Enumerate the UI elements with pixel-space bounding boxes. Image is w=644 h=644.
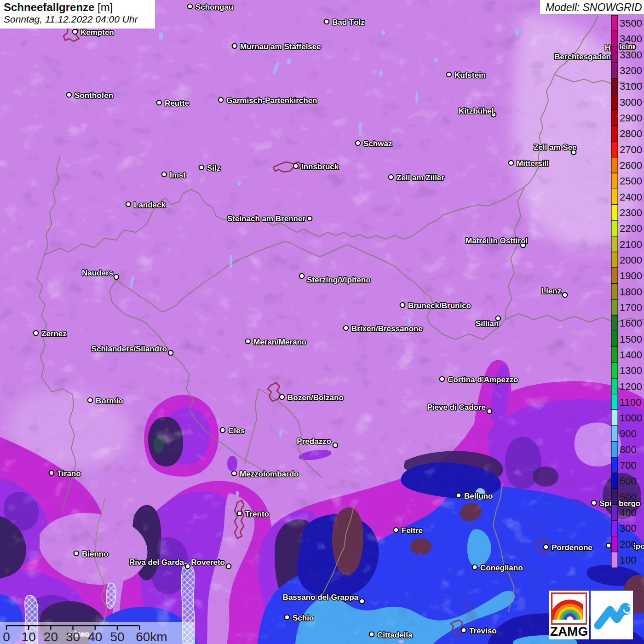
map-unit: [m]	[98, 1, 113, 13]
lake	[379, 70, 383, 77]
city-label: Murnau am Staffelsee	[240, 42, 321, 51]
city-label: Lienz	[541, 287, 561, 295]
city-label: Trento	[245, 510, 269, 518]
city-label: Predazzo	[297, 437, 331, 446]
city-label: Belluno	[464, 492, 493, 500]
city-label: Bad Tölz	[332, 18, 365, 27]
city-dot	[563, 293, 568, 298]
lake	[359, 121, 362, 136]
city-label: Schio	[293, 614, 314, 622]
city-dot	[606, 543, 611, 548]
colorbar-swatch-1600	[611, 315, 618, 331]
city-dot	[162, 172, 167, 177]
city-label: Feltre	[402, 526, 423, 535]
city-dot	[394, 528, 399, 533]
city-label: Innsbruck	[301, 162, 339, 171]
colorbar-swatch-1700	[611, 299, 618, 315]
city-label: Berchtesgaden	[554, 52, 611, 61]
city-label: Tirano	[57, 469, 81, 478]
colorbar-swatch-600	[611, 473, 618, 489]
city-dot	[456, 493, 461, 498]
zamg-logo-text: ZAMG	[549, 624, 589, 639]
colorbar-label: 2300	[620, 207, 642, 218]
scalebar-label: 40	[88, 630, 102, 644]
colorbar-swatch-100	[611, 552, 618, 568]
city-label: Kufstein	[454, 71, 486, 80]
city-dot	[299, 274, 305, 279]
city-dot	[509, 161, 514, 166]
city-label: Pieve di Cadore	[427, 403, 486, 412]
rainbow-arc	[566, 615, 574, 620]
colorbar-label: 3500	[620, 17, 642, 29]
city-dot	[49, 471, 54, 476]
colorbar-label: 500	[620, 491, 637, 503]
city-label: Bienno	[82, 550, 109, 558]
scalebar-label: 60km	[136, 630, 167, 644]
weather-map-screenshot: SchongauBad TölzKemptenMurnau am Staffel…	[0, 0, 644, 644]
colorbar-label: 400	[620, 507, 637, 518]
city-dot	[126, 202, 131, 207]
city-dot	[188, 4, 193, 9]
city-dot	[369, 632, 374, 637]
city-label: Meran/Merano	[253, 338, 306, 346]
zamg-rainbow-icon	[552, 594, 583, 621]
colorbar-label: 3200	[620, 65, 642, 76]
city-label: Nauders	[82, 269, 113, 277]
lake	[398, 640, 404, 644]
city-dot	[226, 564, 231, 569]
colorbar-swatch-1900	[611, 268, 618, 283]
city-dot	[67, 92, 72, 98]
colorbar-label: 1400	[620, 349, 642, 361]
colorbar-label: 200	[620, 539, 637, 550]
city-dot	[199, 165, 204, 170]
distance-scalebar: 0102030405060km	[0, 622, 194, 644]
city-label: Cittadella	[377, 631, 413, 639]
city-label: Schlanders/Silandro	[92, 345, 167, 353]
colorbar-swatch-1300	[611, 362, 618, 378]
lake	[415, 92, 418, 104]
colorbar-swatch-3100	[611, 78, 618, 94]
colorbar-label: 3300	[620, 49, 642, 61]
mountain-cloud-icon	[591, 591, 633, 639]
lake	[434, 58, 438, 63]
colorbar-label: 3100	[620, 80, 642, 92]
colorbar-swatch-2300	[611, 205, 618, 220]
colorbar-swatch-1100	[611, 394, 618, 410]
colorbar-label: 3000	[620, 97, 642, 108]
colorbar-label: 1500	[620, 334, 642, 345]
city-label: Treviso	[469, 627, 497, 635]
city-label: Zernez	[41, 329, 67, 338]
colorbar-swatch-2800	[611, 126, 618, 141]
colorbar-swatch-2000	[611, 252, 618, 268]
city-dot	[157, 100, 162, 105]
scalebar-ruler: 0102030405060km	[0, 622, 194, 644]
city-label: Conegliano	[480, 564, 523, 572]
colorbar-label: 2500	[620, 175, 642, 187]
city-dot	[487, 409, 492, 414]
colorbar-swatch-2600	[611, 157, 618, 173]
colorbar-swatch-3400	[611, 31, 618, 46]
colorbar-swatch-2900	[611, 110, 618, 126]
colorbar-swatch-2100	[611, 236, 618, 252]
city-dot	[280, 395, 285, 400]
map-datetime: Sonntag, 11.12.2022 04:00 Uhr	[4, 13, 151, 25]
lake	[515, 29, 520, 36]
city-dot	[293, 164, 299, 169]
city-dot	[88, 398, 93, 403]
lake	[381, 30, 385, 35]
city-dot	[344, 326, 349, 331]
colorbar-label: 2200	[620, 223, 642, 234]
city-label: Bruneck/Brunico	[408, 301, 471, 310]
colorbar-label: 3400	[620, 33, 642, 45]
colorbar-swatch-400	[611, 505, 618, 520]
colorbar-swatch-3200	[611, 63, 618, 78]
city-dot	[389, 175, 394, 180]
colorbar-label: 2900	[620, 112, 642, 124]
city-dot	[185, 564, 190, 569]
city-label: Matrei in Osttirol	[466, 236, 528, 245]
city-dot	[324, 19, 329, 24]
city-label: Zell am See	[534, 143, 577, 152]
city-dot	[74, 551, 79, 556]
city-label: Kitzbühel	[459, 107, 494, 115]
lake	[159, 32, 163, 40]
